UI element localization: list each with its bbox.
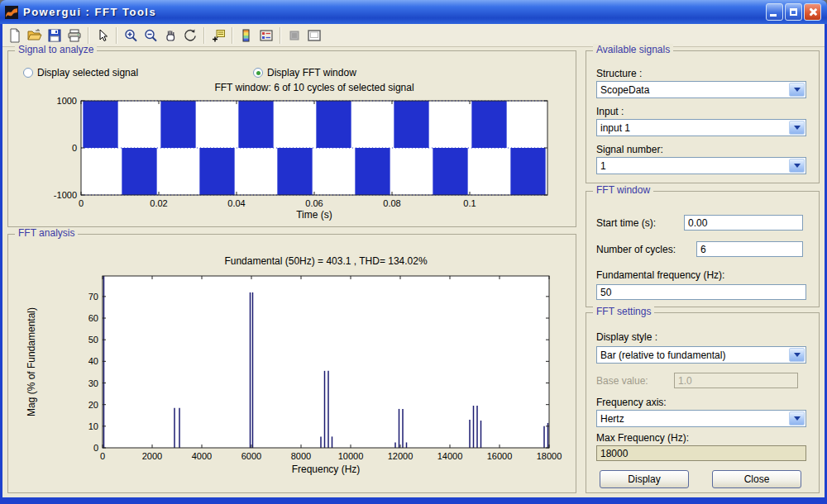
title-bar: Powergui : FFT Tools xyxy=(0,0,827,24)
svg-text:0.06: 0.06 xyxy=(305,198,323,208)
data-cursor-button[interactable] xyxy=(208,26,228,45)
svg-text:6000: 6000 xyxy=(241,451,261,461)
save-button[interactable] xyxy=(45,26,65,45)
display-button[interactable]: Display xyxy=(600,470,689,488)
structure-select[interactable]: ScopeData xyxy=(596,81,806,98)
insert-colorbar-button[interactable] xyxy=(237,26,256,45)
chevron-down-icon[interactable] xyxy=(789,121,805,135)
pan-button[interactable] xyxy=(160,26,180,45)
toolbar-separator xyxy=(280,27,281,44)
input-label: Input : xyxy=(596,106,624,117)
start-time-input[interactable] xyxy=(684,215,803,231)
svg-text:16000: 16000 xyxy=(487,451,513,461)
zoom-out-button[interactable] xyxy=(141,26,160,45)
fft-window-group: FFT window Start time (s): Number of cyc… xyxy=(586,191,820,307)
pan-hand-icon xyxy=(163,28,178,43)
insert-legend-button[interactable] xyxy=(256,26,276,45)
radio-icon xyxy=(23,68,33,78)
axes-disabled-icon xyxy=(307,28,322,43)
chevron-down-icon[interactable] xyxy=(789,83,805,97)
structure-label: Structure : xyxy=(596,68,642,79)
svg-text:10000: 10000 xyxy=(338,451,364,461)
radio-label: Display selected signal xyxy=(37,67,138,78)
close-button[interactable] xyxy=(804,3,821,21)
signal-to-analyze-group: Signal to analyze Display selected signa… xyxy=(7,50,576,227)
max-frequency-label: Max Frequency (Hz): xyxy=(596,432,689,444)
svg-text:12000: 12000 xyxy=(388,451,414,461)
colorbar-icon xyxy=(239,28,254,43)
arrow-cursor-icon xyxy=(95,28,110,43)
input-select[interactable]: input 1 xyxy=(596,119,806,136)
svg-text:0: 0 xyxy=(100,451,105,461)
axes-button xyxy=(304,26,324,45)
svg-text:0.02: 0.02 xyxy=(150,198,167,208)
brush-disabled-icon xyxy=(287,28,302,43)
base-value-label: Base value: xyxy=(596,375,648,387)
svg-text:18000: 18000 xyxy=(537,451,562,461)
frequency-axis-value: Hertz xyxy=(597,413,788,425)
display-style-label: Display style : xyxy=(596,331,657,343)
svg-text:0: 0 xyxy=(72,143,77,153)
max-frequency-input[interactable] xyxy=(596,445,806,461)
svg-text:14000: 14000 xyxy=(437,451,463,461)
chevron-down-icon[interactable] xyxy=(789,411,805,426)
frequency-axis-select[interactable]: Hertz xyxy=(596,410,806,427)
cycles-input[interactable] xyxy=(696,241,803,257)
chevron-down-icon[interactable] xyxy=(789,159,805,173)
chevron-down-icon[interactable] xyxy=(789,348,805,362)
open-file-icon xyxy=(27,28,42,43)
svg-text:40: 40 xyxy=(88,356,98,366)
main-content: Signal to analyze Display selected signa… xyxy=(2,47,825,497)
svg-text:30: 30 xyxy=(88,378,98,388)
display-style-value: Bar (relative to fundamental) xyxy=(597,349,788,361)
data-cursor-icon xyxy=(211,28,226,43)
svg-text:2000: 2000 xyxy=(142,451,162,461)
print-icon xyxy=(67,28,82,43)
print-button[interactable] xyxy=(65,26,84,45)
powergui-fft-tools-window: Powergui : FFT Tools Signal to analyz xyxy=(0,0,827,504)
signal-number-value: 1 xyxy=(597,160,788,172)
fft-settings-legend: FFT settings xyxy=(593,306,654,317)
close-action-button[interactable]: Close xyxy=(712,470,801,488)
svg-text:-1000: -1000 xyxy=(54,190,77,200)
cycles-label: Number of cycles: xyxy=(596,244,676,255)
zoom-out-icon xyxy=(143,28,158,43)
available-signals-group: Available signals Structure : ScopeData … xyxy=(586,50,820,183)
close-icon xyxy=(808,7,817,17)
minimize-icon xyxy=(770,14,777,17)
maximize-button[interactable] xyxy=(785,3,802,21)
zoom-in-button[interactable] xyxy=(121,26,141,45)
fundamental-frequency-label: Fundamental frequency (Hz): xyxy=(596,269,724,281)
svg-text:8000: 8000 xyxy=(291,451,311,461)
svg-text:0.04: 0.04 xyxy=(227,198,245,208)
svg-text:Fundamental (50Hz) = 403.1 , T: Fundamental (50Hz) = 403.1 , THD= 134.02… xyxy=(224,255,428,267)
svg-text:20: 20 xyxy=(88,400,98,410)
svg-text:70: 70 xyxy=(88,292,98,302)
start-time-label: Start time (s): xyxy=(596,217,656,229)
window-title: Powergui : FFT Tools xyxy=(23,6,766,18)
svg-text:0.08: 0.08 xyxy=(383,198,400,208)
base-value-input xyxy=(674,373,798,388)
minimize-button[interactable] xyxy=(766,3,783,21)
brush-button xyxy=(284,26,304,45)
rotate-3d-button[interactable] xyxy=(180,26,200,45)
open-file-button[interactable] xyxy=(25,26,45,45)
toolbar-separator xyxy=(203,27,205,44)
signal-number-select[interactable]: 1 xyxy=(596,157,806,174)
radio-display-fft-window[interactable]: Display FFT window xyxy=(253,67,356,78)
arrow-cursor-button[interactable] xyxy=(93,26,112,45)
radio-display-selected-signal[interactable]: Display selected signal xyxy=(23,67,138,78)
svg-text:10: 10 xyxy=(88,421,98,431)
zoom-in-icon xyxy=(123,28,138,43)
matlab-app-icon xyxy=(4,5,19,20)
legend-icon xyxy=(259,28,274,43)
signal-to-analyze-legend: Signal to analyze xyxy=(15,44,97,55)
svg-text:Frequency (Hz): Frequency (Hz) xyxy=(292,464,361,475)
input-value: input 1 xyxy=(597,122,788,134)
new-document-button[interactable] xyxy=(5,26,25,45)
display-style-select[interactable]: Bar (relative to fundamental) xyxy=(596,346,806,364)
available-signals-legend: Available signals xyxy=(593,44,673,55)
frequency-axis-label: Frequency axis: xyxy=(596,397,667,408)
signal-number-label: Signal number: xyxy=(596,144,663,155)
fundamental-frequency-input[interactable] xyxy=(596,284,806,300)
